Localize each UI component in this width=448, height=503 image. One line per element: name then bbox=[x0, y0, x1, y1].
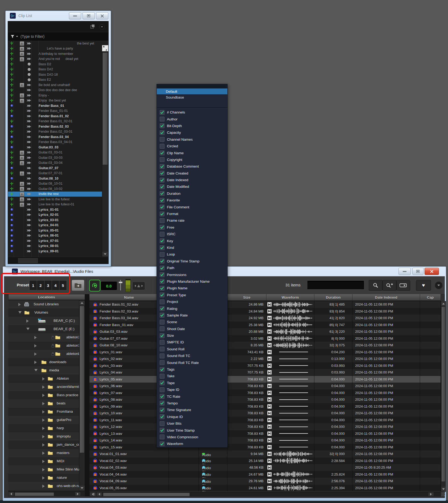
clip-list-item[interactable]: Lyrics_04-01 bbox=[8, 223, 102, 228]
menu-column-item[interactable]: Sample Rate bbox=[157, 312, 227, 319]
tree-item-downloads[interactable]: downloads bbox=[8, 358, 85, 366]
tree-expander-closed[interactable] bbox=[42, 452, 45, 455]
play-button[interactable] bbox=[267, 370, 272, 375]
play-button[interactable] bbox=[267, 424, 272, 429]
play-button[interactable] bbox=[267, 431, 272, 436]
clip-list-item[interactable]: Fender Bass.03_04-01 bbox=[8, 140, 102, 145]
unchecked-checkbox[interactable] bbox=[160, 347, 165, 351]
table-row-guitar-07-07-wav[interactable]: Guitar.07_07.wav3.02 MB8| 0| 0002024-11-… bbox=[89, 335, 441, 342]
column-header-waveform[interactable]: Waveform bbox=[266, 294, 314, 301]
info-button[interactable]: I bbox=[20, 156, 24, 160]
checked-checkbox[interactable] bbox=[160, 198, 165, 203]
sort-az-icon[interactable]: az bbox=[102, 45, 108, 51]
clear-search-icon[interactable] bbox=[396, 280, 410, 291]
tree-item-midi[interactable]: MIDI bbox=[8, 457, 85, 465]
tree-expander-closed[interactable] bbox=[42, 377, 45, 380]
clip-list-item[interactable]: Guitar.07_07 bbox=[8, 165, 102, 171]
play-button[interactable] bbox=[267, 479, 272, 483]
locations-vscrollbar[interactable] bbox=[79, 300, 85, 491]
clip-list-item[interactable]: Lyrics_06-01 bbox=[8, 233, 102, 238]
menu-column-item[interactable]: Unique ID bbox=[157, 413, 227, 420]
menu-column-item[interactable]: Permissions bbox=[157, 271, 227, 278]
tree-expander-closed[interactable] bbox=[42, 386, 45, 389]
play-button[interactable] bbox=[267, 404, 272, 409]
column-header-size[interactable]: Size bbox=[227, 294, 266, 301]
play-button[interactable] bbox=[267, 445, 272, 449]
maximize-button[interactable] bbox=[83, 12, 95, 19]
menu-column-item[interactable]: Tags bbox=[157, 366, 227, 373]
tree-expander-closed[interactable] bbox=[42, 427, 45, 430]
tree-expander-closed[interactable] bbox=[34, 344, 37, 347]
search-plus-icon[interactable] bbox=[383, 280, 396, 291]
clip-list-item[interactable]: Guitar.08_10 bbox=[8, 176, 102, 181]
play-button[interactable] bbox=[267, 336, 272, 341]
tree-expander-closed[interactable] bbox=[34, 352, 37, 356]
checked-checkbox[interactable] bbox=[160, 306, 165, 311]
menu-column-item[interactable]: Take bbox=[157, 373, 227, 379]
tree-expander-open[interactable] bbox=[26, 328, 30, 330]
menu-column-item[interactable]: Sound Roll bbox=[157, 346, 227, 352]
tree-item-abletonlibrary[interactable]: abletonLibrary bbox=[8, 350, 85, 358]
tree-item-bear-e-e-[interactable]: BEAR_E (E:) bbox=[8, 325, 85, 333]
tree-item-sound-libraries[interactable]: Sound Libraries bbox=[8, 300, 85, 309]
table-row-lyrics-15-wav[interactable]: Lyrics_15.wav708.83 KB0:04.0002024-11-05… bbox=[89, 444, 441, 451]
menu-column-item[interactable]: # Channels bbox=[157, 109, 227, 116]
menu-column-item[interactable]: Key bbox=[157, 237, 227, 244]
tree-item-jam-dance-cov[interactable]: jam_dance_cov bbox=[8, 441, 85, 449]
table-row-lyrics-13-wav[interactable]: Lyrics_13.wav708.83 KB0:04.0002024-11-05… bbox=[89, 430, 441, 437]
table-row-lyrics-10-wav[interactable]: Lyrics_10.wav708.83 KB0:04.0002024-11-05… bbox=[89, 410, 441, 417]
clip-list-item[interactable]: Lyrics_03-01 bbox=[8, 217, 102, 223]
table-row-lyrics-04-wav[interactable]: Lyrics_04.wav707.75 KB0:03.9932024-11-05… bbox=[89, 369, 441, 376]
menu-column-item[interactable]: Tape bbox=[157, 380, 227, 386]
minimize-button[interactable] bbox=[69, 12, 81, 19]
info-button[interactable]: I bbox=[20, 52, 24, 56]
table-row-lyrics-08-wav[interactable]: Lyrics_08.wav708.83 KB0:04.0002024-11-05… bbox=[89, 396, 441, 403]
close-button[interactable] bbox=[425, 268, 439, 275]
unchecked-checkbox[interactable] bbox=[160, 326, 165, 331]
info-button[interactable]: I bbox=[20, 197, 24, 202]
checked-checkbox[interactable] bbox=[160, 259, 165, 263]
clip-list-item[interactable]: IGuitar.03_03-04 bbox=[8, 160, 102, 166]
table-row-lyrics-14-wav[interactable]: Lyrics_14.wav708.83 KB0:04.0002024-11-05… bbox=[89, 437, 441, 444]
tree-expander-closed[interactable] bbox=[42, 443, 45, 447]
menu-column-item[interactable]: Duration bbox=[157, 190, 227, 197]
tree-item-ableton[interactable]: Ableton bbox=[8, 375, 85, 383]
clip-list-item[interactable]: Lyrics_09-01 bbox=[8, 249, 102, 254]
checked-checkbox[interactable] bbox=[160, 184, 165, 189]
minimize-button[interactable] bbox=[398, 268, 411, 275]
play-button[interactable] bbox=[267, 391, 272, 395]
tree-expander-closed[interactable] bbox=[42, 410, 45, 413]
play-button[interactable] bbox=[267, 459, 272, 463]
info-button[interactable]: I bbox=[20, 93, 24, 98]
close-button[interactable] bbox=[96, 12, 108, 19]
unchecked-checkbox[interactable] bbox=[160, 117, 165, 121]
table-row-vocal-04-03-wav[interactable]: Vocal.04_03.wavAudio File48.56 KB2024-11… bbox=[89, 464, 441, 471]
clip-list-item[interactable]: IAnd you're not dead yet bbox=[8, 56, 102, 62]
menu-column-item[interactable]: Author bbox=[157, 116, 227, 122]
checked-checkbox[interactable] bbox=[160, 245, 165, 250]
column-header-date-indexed[interactable]: Date Indexed bbox=[352, 294, 420, 301]
table-row-vocal-04-09-wav[interactable]: Vocal.04_09.wavAudio File29.76 MB2:56.07… bbox=[89, 478, 441, 485]
menu-column-item[interactable]: Time Signature bbox=[157, 407, 227, 413]
tree-item-guitarpro[interactable]: guitarPro bbox=[8, 416, 85, 424]
checked-checkbox[interactable] bbox=[160, 333, 165, 338]
fader-icon[interactable] bbox=[118, 279, 123, 291]
checked-checkbox[interactable] bbox=[160, 130, 165, 135]
tree-item-beats[interactable]: beats bbox=[8, 399, 85, 408]
menu-column-item[interactable]: Format bbox=[157, 210, 227, 217]
table-row-vocal-01-01-wav[interactable]: Vocal.01_01.wavAudio File9.94 MB32| 0| 0… bbox=[89, 451, 441, 457]
menu-column-item[interactable]: Free bbox=[157, 224, 227, 231]
info-button[interactable]: I bbox=[20, 182, 24, 186]
tree-item-ableton12library[interactable]: ableton12Library bbox=[8, 342, 85, 350]
tree-expander-closed[interactable] bbox=[18, 303, 21, 306]
column-header-duration[interactable]: Duration bbox=[314, 294, 352, 301]
checked-checkbox[interactable] bbox=[160, 205, 165, 209]
tree-expander-closed[interactable] bbox=[42, 394, 45, 397]
clip-list-item[interactable]: Fender Bass_01 bbox=[8, 103, 102, 108]
tree-item-ancientwarmth[interactable]: ancientWarmth bbox=[8, 383, 85, 391]
filter-bar[interactable]: (Type to Filter) bbox=[8, 32, 108, 41]
unchecked-checkbox[interactable] bbox=[160, 157, 165, 162]
menu-column-item[interactable]: Channel Names bbox=[157, 136, 227, 143]
table-row-fender-bass-02-03-wav[interactable]: Fender Bass.02_03.wav24.84 MB83| 0| 8542… bbox=[89, 308, 441, 315]
table-row-lyrics-09-wav[interactable]: Lyrics_09.wav708.83 KB0:04.0002024-11-05… bbox=[89, 403, 441, 410]
